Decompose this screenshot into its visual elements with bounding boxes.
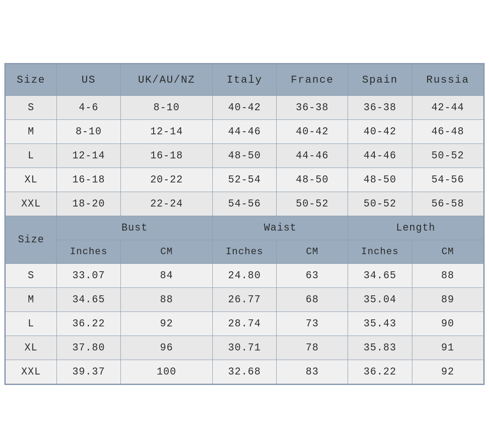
table-row: M 34.65 88 26.77 68 35.04 89 bbox=[6, 288, 484, 312]
france-xxl: 50-52 bbox=[277, 192, 348, 216]
us-m: 8-10 bbox=[56, 120, 120, 144]
length-inches-m: 35.04 bbox=[348, 288, 412, 312]
table-row: S 4-6 8-10 40-42 36-38 36-38 42-44 bbox=[6, 96, 484, 120]
ukaunz-xl: 20-22 bbox=[121, 168, 213, 192]
meas-size-m: M bbox=[6, 288, 57, 312]
size-xxl: XXL bbox=[6, 192, 57, 216]
bust-inches-l: 36.22 bbox=[56, 312, 120, 336]
table-row: L 12-14 16-18 48-50 44-46 44-46 50-52 bbox=[6, 144, 484, 168]
waist-header: Waist bbox=[212, 216, 348, 240]
meas-size-xl: XL bbox=[6, 336, 57, 360]
header-size: Size bbox=[6, 64, 57, 96]
bust-cm-l: 92 bbox=[121, 312, 213, 336]
length-cm-header: CM bbox=[412, 240, 483, 264]
france-s: 36-38 bbox=[277, 96, 348, 120]
bust-inches-m: 34.65 bbox=[56, 288, 120, 312]
table-row: XXL 39.37 100 32.68 83 36.22 92 bbox=[6, 360, 484, 384]
bust-cm-xl: 96 bbox=[121, 336, 213, 360]
us-xl: 16-18 bbox=[56, 168, 120, 192]
meas-size-l: L bbox=[6, 312, 57, 336]
spain-m: 40-42 bbox=[348, 120, 412, 144]
measurements-size-label: Size bbox=[6, 216, 57, 264]
us-xxl: 18-20 bbox=[56, 192, 120, 216]
size-m: M bbox=[6, 120, 57, 144]
spain-xxl: 50-52 bbox=[348, 192, 412, 216]
table-header-row: Size US UK/AU/NZ Italy France Spain Russ… bbox=[6, 64, 484, 96]
bust-inches-header: Inches bbox=[56, 240, 120, 264]
meas-size-s: S bbox=[6, 264, 57, 288]
ukaunz-l: 16-18 bbox=[121, 144, 213, 168]
size-l: L bbox=[6, 144, 57, 168]
length-inches-xxl: 36.22 bbox=[348, 360, 412, 384]
header-france: France bbox=[277, 64, 348, 96]
waist-inches-l: 28.74 bbox=[212, 312, 276, 336]
bust-cm-m: 88 bbox=[121, 288, 213, 312]
waist-cm-xxl: 83 bbox=[277, 360, 348, 384]
spain-s: 36-38 bbox=[348, 96, 412, 120]
italy-s: 40-42 bbox=[212, 96, 276, 120]
table-row: XXL 18-20 22-24 54-56 50-52 50-52 56-58 bbox=[6, 192, 484, 216]
size-s: S bbox=[6, 96, 57, 120]
russia-s: 42-44 bbox=[412, 96, 483, 120]
table-row: S 33.07 84 24.80 63 34.65 88 bbox=[6, 264, 484, 288]
header-us: US bbox=[56, 64, 120, 96]
waist-cm-m: 68 bbox=[277, 288, 348, 312]
waist-cm-header: CM bbox=[277, 240, 348, 264]
length-cm-m: 89 bbox=[412, 288, 483, 312]
ukaunz-m: 12-14 bbox=[121, 120, 213, 144]
italy-xl: 52-54 bbox=[212, 168, 276, 192]
header-italy: Italy bbox=[212, 64, 276, 96]
measurements-sub-header: Inches CM Inches CM Inches CM bbox=[6, 240, 484, 264]
waist-inches-m: 26.77 bbox=[212, 288, 276, 312]
size-xl: XL bbox=[6, 168, 57, 192]
size-chart-table: Size US UK/AU/NZ Italy France Spain Russ… bbox=[4, 63, 485, 385]
france-m: 40-42 bbox=[277, 120, 348, 144]
length-cm-xl: 91 bbox=[412, 336, 483, 360]
italy-xxl: 54-56 bbox=[212, 192, 276, 216]
russia-m: 46-48 bbox=[412, 120, 483, 144]
russia-xl: 54-56 bbox=[412, 168, 483, 192]
waist-inches-xl: 30.71 bbox=[212, 336, 276, 360]
france-l: 44-46 bbox=[277, 144, 348, 168]
waist-cm-xl: 78 bbox=[277, 336, 348, 360]
waist-cm-s: 63 bbox=[277, 264, 348, 288]
waist-cm-l: 73 bbox=[277, 312, 348, 336]
bust-inches-xxl: 39.37 bbox=[56, 360, 120, 384]
table-row: L 36.22 92 28.74 73 35.43 90 bbox=[6, 312, 484, 336]
meas-size-xxl: XXL bbox=[6, 360, 57, 384]
bust-inches-s: 33.07 bbox=[56, 264, 120, 288]
length-inches-s: 34.65 bbox=[348, 264, 412, 288]
length-inches-l: 35.43 bbox=[348, 312, 412, 336]
bust-header: Bust bbox=[56, 216, 212, 240]
bust-cm-s: 84 bbox=[121, 264, 213, 288]
waist-inches-s: 24.80 bbox=[212, 264, 276, 288]
length-cm-xxl: 92 bbox=[412, 360, 483, 384]
length-header: Length bbox=[348, 216, 484, 240]
length-inches-header: Inches bbox=[348, 240, 412, 264]
ukaunz-xxl: 22-24 bbox=[121, 192, 213, 216]
ukaunz-s: 8-10 bbox=[121, 96, 213, 120]
header-spain: Spain bbox=[348, 64, 412, 96]
waist-inches-xxl: 32.68 bbox=[212, 360, 276, 384]
spain-xl: 48-50 bbox=[348, 168, 412, 192]
header-ukaunz: UK/AU/NZ bbox=[121, 64, 213, 96]
russia-l: 50-52 bbox=[412, 144, 483, 168]
bust-cm-xxl: 100 bbox=[121, 360, 213, 384]
russia-xxl: 56-58 bbox=[412, 192, 483, 216]
table-row: M 8-10 12-14 44-46 40-42 40-42 46-48 bbox=[6, 120, 484, 144]
italy-l: 48-50 bbox=[212, 144, 276, 168]
bust-inches-xl: 37.80 bbox=[56, 336, 120, 360]
table-row: XL 37.80 96 30.71 78 35.83 91 bbox=[6, 336, 484, 360]
us-l: 12-14 bbox=[56, 144, 120, 168]
bust-cm-header: CM bbox=[121, 240, 213, 264]
length-cm-s: 88 bbox=[412, 264, 483, 288]
measurements-section-header: Size Bust Waist Length bbox=[6, 216, 484, 240]
header-russia: Russia bbox=[412, 64, 483, 96]
france-xl: 48-50 bbox=[277, 168, 348, 192]
us-s: 4-6 bbox=[56, 96, 120, 120]
spain-l: 44-46 bbox=[348, 144, 412, 168]
table-row: XL 16-18 20-22 52-54 48-50 48-50 54-56 bbox=[6, 168, 484, 192]
length-cm-l: 90 bbox=[412, 312, 483, 336]
length-inches-xl: 35.83 bbox=[348, 336, 412, 360]
italy-m: 44-46 bbox=[212, 120, 276, 144]
